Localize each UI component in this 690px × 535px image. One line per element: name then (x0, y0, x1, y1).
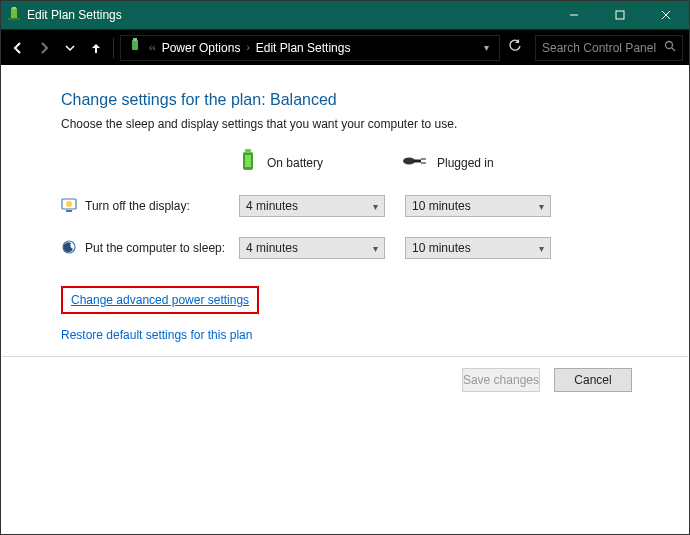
title-bar: Edit Plan Settings (1, 1, 689, 29)
svg-rect-15 (413, 160, 421, 163)
page-subtext: Choose the sleep and display settings th… (61, 117, 689, 131)
plug-icon (401, 154, 427, 171)
display-battery-select[interactable]: 4 minutes ▾ (239, 195, 385, 217)
chevron-left-icon: ‹‹ (149, 42, 156, 53)
search-placeholder: Search Control Panel (542, 41, 656, 55)
display-icon (61, 197, 77, 216)
window-title: Edit Plan Settings (27, 8, 122, 22)
minimize-button[interactable] (551, 1, 597, 29)
address-bar[interactable]: ‹‹ Power Options › Edit Plan Settings ▾ (120, 35, 500, 61)
row-sleep: Put the computer to sleep: 4 minutes ▾ 1… (61, 234, 689, 262)
display-plugged-select[interactable]: 10 minutes ▾ (405, 195, 551, 217)
chevron-down-icon: ▾ (539, 243, 544, 254)
forward-button[interactable] (33, 37, 55, 59)
battery-icon (239, 149, 257, 176)
svg-rect-16 (421, 158, 426, 160)
plugged-in-label: Plugged in (437, 156, 494, 170)
control-panel-icon (127, 38, 143, 57)
row-display-label: Turn off the display: (85, 199, 190, 213)
cancel-label: Cancel (574, 373, 611, 387)
link-advanced-settings[interactable]: Change advanced power settings (71, 293, 249, 307)
save-button: Save changes (462, 368, 540, 392)
chevron-down-icon: ▾ (373, 243, 378, 254)
chevron-right-icon: › (246, 42, 249, 53)
up-button[interactable] (85, 37, 107, 59)
link-restore-defaults[interactable]: Restore default settings for this plan (61, 328, 252, 342)
svg-line-10 (672, 48, 675, 51)
row-turn-off-display: Turn off the display: 4 minutes ▾ 10 min… (61, 192, 689, 220)
display-battery-value: 4 minutes (246, 199, 298, 213)
save-label: Save changes (463, 373, 539, 387)
page-heading: Change settings for the plan: Balanced (61, 91, 689, 109)
svg-rect-0 (11, 8, 17, 19)
svg-rect-4 (616, 11, 624, 19)
app-icon (7, 7, 21, 24)
svg-rect-17 (421, 162, 426, 164)
on-battery-label: On battery (267, 156, 323, 170)
svg-rect-1 (12, 7, 16, 9)
search-icon (664, 40, 676, 55)
svg-rect-2 (8, 18, 20, 20)
sleep-icon (61, 239, 77, 258)
breadcrumb-power-options[interactable]: Power Options (162, 41, 241, 55)
highlight-box: Change advanced power settings (61, 286, 259, 314)
address-dropdown-icon[interactable]: ▾ (480, 42, 493, 53)
breadcrumb-edit-plan[interactable]: Edit Plan Settings (256, 41, 351, 55)
content-area: Change settings for the plan: Balanced C… (1, 65, 689, 342)
sleep-battery-select[interactable]: 4 minutes ▾ (239, 237, 385, 259)
footer-bar: Save changes Cancel (2, 356, 688, 402)
nav-bar: ‹‹ Power Options › Edit Plan Settings ▾ … (1, 29, 689, 65)
svg-rect-13 (245, 155, 251, 167)
row-sleep-label: Put the computer to sleep: (85, 241, 225, 255)
svg-rect-20 (66, 210, 72, 212)
chevron-down-icon: ▾ (373, 201, 378, 212)
column-headers: On battery Plugged in (61, 149, 689, 176)
svg-rect-7 (132, 40, 138, 50)
sleep-battery-value: 4 minutes (246, 241, 298, 255)
display-plugged-value: 10 minutes (412, 199, 471, 213)
back-button[interactable] (7, 37, 29, 59)
svg-point-19 (66, 201, 72, 207)
close-button[interactable] (643, 1, 689, 29)
search-input[interactable]: Search Control Panel (535, 35, 683, 61)
chevron-down-icon: ▾ (539, 201, 544, 212)
maximize-button[interactable] (597, 1, 643, 29)
refresh-button[interactable] (504, 39, 526, 56)
cancel-button[interactable]: Cancel (554, 368, 632, 392)
sleep-plugged-select[interactable]: 10 minutes ▾ (405, 237, 551, 259)
sleep-plugged-value: 10 minutes (412, 241, 471, 255)
svg-rect-8 (133, 38, 137, 41)
svg-rect-12 (245, 149, 251, 153)
recent-locations-button[interactable] (59, 37, 81, 59)
svg-point-9 (666, 42, 673, 49)
